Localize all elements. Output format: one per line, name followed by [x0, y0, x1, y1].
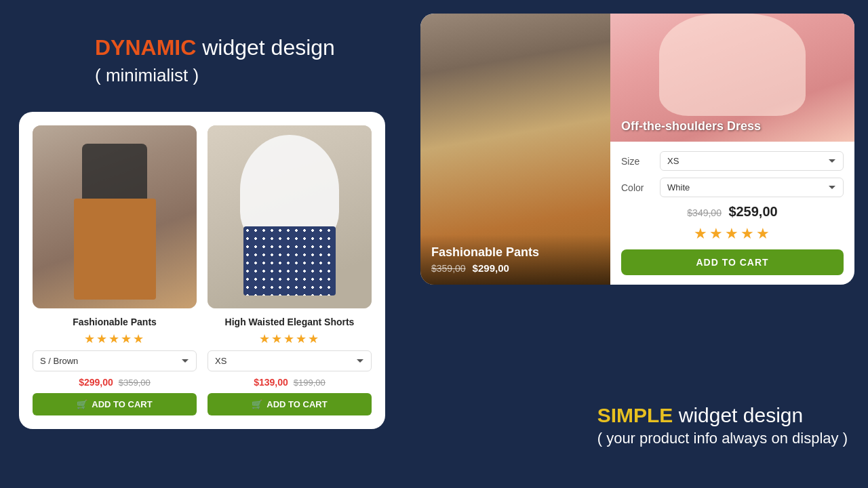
- simple-title: SIMPLE widget design: [597, 404, 848, 427]
- secondary-image: Off-the-shoulders Dress: [610, 14, 854, 142]
- simple-title-rest: widget design: [673, 404, 803, 426]
- price-block-dress: $349,00 $259,00: [621, 204, 844, 220]
- add-to-cart-pants[interactable]: ADD TO CART: [33, 393, 197, 415]
- size-select[interactable]: XS S M L XL: [660, 151, 844, 171]
- product-card-pants: Fashionable Pants ★★★★★ S / Brown M / Br…: [33, 125, 197, 415]
- dynamic-product-image: Fashionable Pants $359,00 $299,00: [420, 14, 610, 285]
- price-original-pants: $359,00: [119, 378, 151, 388]
- dress-sale-price: $259,00: [728, 204, 777, 219]
- dynamic-highlight: DYNAMIC: [95, 35, 196, 60]
- add-to-cart-dress[interactable]: ADD TO CART: [621, 249, 844, 275]
- cart-icon-pants: [77, 399, 87, 409]
- overlay-product-name: Fashionable Pants: [431, 245, 599, 260]
- dress-stars: ★★★★★: [621, 225, 844, 243]
- price-row-shorts: $139,00 $199,00: [254, 377, 326, 388]
- dynamic-widget: Fashionable Pants $359,00 $299,00 Off-th…: [420, 14, 854, 285]
- color-row: Color White Pink Black Blue: [621, 178, 844, 197]
- price-sale-shorts: $139,00: [254, 377, 288, 388]
- add-to-cart-shorts[interactable]: ADD TO CART: [208, 393, 372, 415]
- size-label: Size: [621, 156, 652, 167]
- product-overlay: Fashionable Pants $359,00 $299,00: [420, 235, 610, 285]
- dynamic-right-panel: Off-the-shoulders Dress Size XS S M L XL…: [610, 14, 854, 285]
- dress-original-price: $349,00: [687, 207, 722, 218]
- overlay-original-price: $359,00: [431, 263, 466, 274]
- dynamic-subtitle: ( minimialist ): [95, 65, 199, 86]
- cart-icon-shorts: [252, 399, 262, 409]
- add-to-cart-dress-label: ADD TO CART: [696, 257, 768, 268]
- simple-section: SIMPLE widget design ( your product info…: [597, 404, 848, 447]
- stars-shorts: ★★★★★: [259, 331, 320, 346]
- price-row-pants: $299,00 $359,00: [79, 377, 151, 388]
- price-sale-pants: $299,00: [79, 377, 113, 388]
- price-original-shorts: $199,00: [294, 378, 326, 388]
- simple-highlight: SIMPLE: [597, 404, 673, 426]
- add-to-cart-label-pants: ADD TO CART: [92, 399, 152, 409]
- color-select[interactable]: White Pink Black Blue: [660, 178, 844, 197]
- variant-select-pants[interactable]: S / Brown M / Brown L / Brown: [33, 350, 197, 371]
- product-image-pants: [33, 125, 197, 308]
- product-card-shorts: High Waisted Elegant Shorts ★★★★★ XS S M…: [208, 125, 372, 415]
- dynamic-title-rest: widget design: [196, 35, 335, 60]
- size-row: Size XS S M L XL: [621, 151, 844, 171]
- simple-subtitle: ( your product info always on display ): [597, 430, 848, 447]
- overlay-sale-price: $299,00: [473, 262, 509, 274]
- add-to-cart-label-shorts: ADD TO CART: [267, 399, 327, 409]
- secondary-product-title: Off-the-shoulders Dress: [621, 119, 761, 134]
- product-name-pants: Fashionable Pants: [73, 317, 157, 327]
- stars-pants: ★★★★★: [84, 331, 145, 346]
- dynamic-title: DYNAMIC widget design: [95, 35, 335, 60]
- product-image-shorts: [208, 125, 372, 308]
- overlay-prices: $359,00 $299,00: [431, 262, 599, 274]
- widget-card: Fashionable Pants ★★★★★ S / Brown M / Br…: [19, 112, 385, 429]
- color-label: Color: [621, 182, 652, 193]
- product-name-shorts: High Waisted Elegant Shorts: [225, 317, 355, 327]
- controls-panel: Size XS S M L XL Color White Pink Black: [610, 142, 854, 285]
- variant-select-shorts[interactable]: XS S M L: [208, 350, 372, 371]
- dynamic-widget-container: Fashionable Pants $359,00 $299,00 Off-th…: [420, 14, 854, 285]
